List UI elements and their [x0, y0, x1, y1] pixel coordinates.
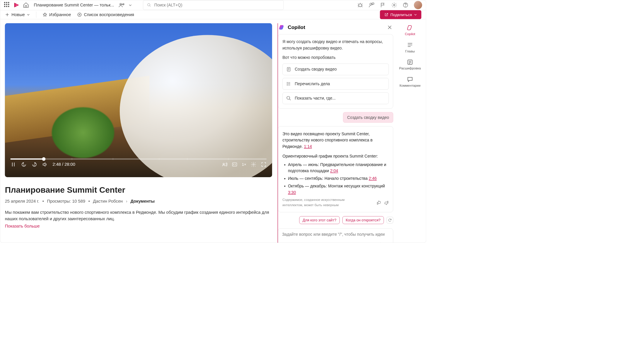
svg-point-6: [370, 3, 372, 5]
copilot-intro-text: Я могу создать сводку видео и отвечать н…: [282, 39, 389, 51]
app-launcher-icon[interactable]: [4, 2, 10, 8]
copilot-logo-icon: [279, 24, 286, 31]
suggestion-summarize[interactable]: Создать сводку видео: [282, 63, 389, 75]
user-message: Создать сводку видео: [343, 112, 393, 123]
fullscreen-icon[interactable]: [261, 162, 266, 168]
svg-rect-15: [233, 163, 237, 166]
new-label: Новые: [11, 12, 25, 17]
response-text: Это видео посвящено проекту Summit Cente…: [282, 131, 373, 149]
audio-description-icon[interactable]: [222, 162, 228, 168]
tab-transcript[interactable]: Расшифровка: [399, 59, 421, 71]
svg-point-16: [253, 164, 254, 165]
send-icon[interactable]: [384, 242, 389, 243]
tab-label: Главы: [405, 49, 415, 53]
timestamp-link[interactable]: 2:04: [330, 169, 338, 173]
transcript-icon: [407, 59, 414, 66]
forward10-icon[interactable]: 10: [31, 162, 37, 168]
person-feedback-icon[interactable]: [369, 2, 375, 8]
player-controls: 10 10 2:48 / 28:00 1×: [5, 158, 272, 177]
copilot-title: Copilot: [288, 24, 305, 30]
divider: [36, 11, 36, 18]
svg-rect-7: [372, 3, 374, 4]
share-button[interactable]: Поделиться: [380, 10, 421, 19]
video-date: 25 апреля 2024 г.: [5, 199, 39, 204]
timestamp-link[interactable]: 1:14: [304, 144, 312, 148]
svg-text:10: 10: [23, 164, 25, 166]
pause-icon[interactable]: [10, 162, 16, 168]
close-icon[interactable]: [387, 25, 392, 30]
svg-point-10: [405, 6, 406, 6]
timeline-item: Октябрь — декабрь: Монтаж несущих констр…: [288, 183, 389, 196]
user-avatar[interactable]: [414, 1, 422, 9]
copilot-input[interactable]: [282, 232, 389, 239]
timeline-item: Апрель — июнь: Предварительное планирова…: [288, 161, 389, 174]
svg-point-3: [123, 4, 124, 5]
svg-point-19: [287, 83, 287, 84]
progress-bar[interactable]: [10, 158, 266, 160]
task-list-icon: [286, 81, 291, 86]
video-author[interactable]: Дастин Робсен: [93, 199, 123, 204]
copilot-try-label: Вот что можно попробовать: [282, 54, 389, 61]
plus-icon: [5, 12, 10, 17]
tab-label: Комментарии: [399, 84, 420, 88]
command-bar: Новые Избранное Список воспроизведения П…: [0, 10, 426, 19]
suggestion-show-parts[interactable]: Показать части, где...: [282, 92, 389, 104]
home-icon[interactable]: [23, 2, 29, 8]
flag-icon[interactable]: [380, 2, 386, 8]
chevron-down-icon: [414, 13, 417, 16]
favorites-label: Избранное: [49, 12, 71, 17]
shared-indicator-icon[interactable]: [118, 2, 125, 8]
ai-disclaimer: Содержимое, созданное искусственным инте…: [282, 198, 389, 208]
thumbs-down-icon[interactable]: [384, 200, 389, 205]
tab-chapters[interactable]: Главы: [405, 42, 415, 53]
breadcrumb-documents[interactable]: Документы: [130, 199, 155, 204]
refresh-icon: [388, 218, 392, 222]
playlist-button[interactable]: Список воспроизведения: [77, 12, 134, 17]
video-player[interactable]: 10 10 2:48 / 28:00 1×: [5, 23, 272, 177]
new-button[interactable]: Новые: [5, 12, 30, 17]
followup-row: Для кого этот сайт? Когда он откроется?: [278, 216, 393, 224]
copilot-tab-icon: [407, 24, 414, 31]
timestamp-link[interactable]: 2:46: [369, 176, 377, 180]
bug-icon[interactable]: [357, 2, 363, 8]
document-sparkle-icon: [286, 67, 291, 72]
search-input[interactable]: [154, 3, 280, 7]
gear-icon[interactable]: [391, 2, 397, 8]
prompt-guide-icon[interactable]: [372, 242, 377, 243]
show-more-link[interactable]: Показать больше: [5, 224, 272, 229]
document-title: Планирование Summit Center — тольк...: [34, 3, 114, 8]
thumbs-up-icon[interactable]: [377, 200, 381, 205]
timeline-item: Июль — сентябрь: Начало строительства 2:…: [288, 175, 389, 182]
copilot-header: Copilot: [278, 23, 393, 34]
volume-icon[interactable]: [42, 162, 48, 168]
share-label: Поделиться: [390, 12, 412, 17]
divider: [380, 242, 381, 243]
player-settings-icon[interactable]: [251, 162, 257, 168]
stream-app-logo-icon[interactable]: [13, 2, 20, 8]
rewind10-icon[interactable]: 10: [21, 162, 27, 168]
tab-label: Расшифровка: [399, 66, 421, 70]
tab-comments[interactable]: Комментарии: [399, 76, 420, 88]
search-icon: [286, 95, 291, 100]
followup-pill[interactable]: Когда он откроется?: [342, 216, 384, 224]
video-description: Мы покажем вам строительство нового спор…: [5, 209, 272, 222]
suggestion-label: Показать части, где...: [295, 96, 336, 100]
chevron-down-icon[interactable]: [129, 3, 132, 7]
video-column: 10 10 2:48 / 28:00 1× Планиро: [5, 23, 272, 243]
speed-display[interactable]: 1×: [242, 162, 246, 167]
copilot-input-card: 0/2000: [278, 228, 393, 243]
svg-point-18: [287, 82, 287, 83]
captions-icon[interactable]: [232, 162, 238, 168]
chevron-down-icon: [27, 13, 30, 16]
refresh-button[interactable]: [387, 217, 393, 223]
response-subhead: Ориентировочный график проекта Summit Ce…: [282, 153, 389, 160]
timestamp-link[interactable]: 3:30: [288, 190, 296, 194]
search-box[interactable]: [143, 0, 283, 10]
video-meta: 25 апреля 2024 г. • Просмотры: 10 589 • …: [5, 199, 272, 204]
video-title: Планирование Summit Center: [5, 185, 272, 195]
tab-copilot[interactable]: Copilot: [405, 24, 415, 36]
favorites-button[interactable]: Избранное: [42, 12, 71, 17]
help-icon[interactable]: [403, 2, 409, 8]
suggestion-list-tasks[interactable]: Перечислить дела: [282, 78, 389, 90]
followup-pill[interactable]: Для кого этот сайт?: [299, 216, 340, 224]
